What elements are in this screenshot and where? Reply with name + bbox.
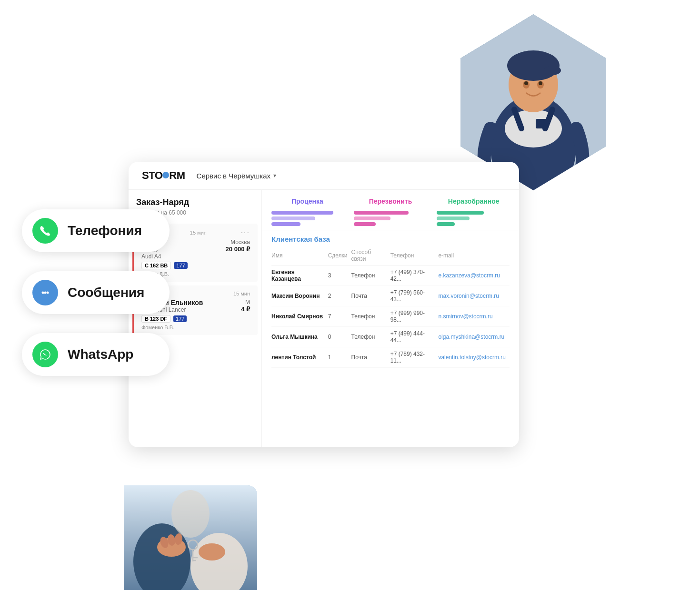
svg-point-6 xyxy=(544,66,561,75)
client-phone-0: +7 (499) 370-42... xyxy=(390,266,439,286)
kanban-bar-purple-2 xyxy=(271,216,315,220)
client-base-title: Клиентская база xyxy=(271,235,510,243)
kanban-bar-pink-1 xyxy=(354,211,409,215)
col-contact: Способ связи xyxy=(351,247,390,266)
client-deals-3: 0 xyxy=(328,327,351,347)
kanban-col-2 xyxy=(354,211,427,226)
client-row-3[interactable]: Ольга Мышкина 0 Телефон +7 (499) 444-44.… xyxy=(271,327,510,347)
client-name-2: Николай Смирнов xyxy=(271,306,328,327)
branch-selector[interactable]: Сервис в Черёмушках ▾ xyxy=(197,172,276,180)
client-phone-2: +7 (999) 990-98... xyxy=(390,306,439,327)
client-email-0: e.kazanzeva@stocrm.ru xyxy=(438,266,510,286)
order-city-770: М xyxy=(241,299,250,305)
client-phone-4: +7 (789) 432-11... xyxy=(390,347,439,368)
kanban-columns xyxy=(271,211,510,226)
svg-point-19 xyxy=(47,292,49,294)
kanban-bar-teal-1 xyxy=(437,216,470,220)
client-email-1: max.voronin@stocrm.ru xyxy=(438,286,510,306)
crm-content: Заказ-Наряд 2 сделки на 65 000 # 747 15 … xyxy=(129,190,519,447)
col-phone: Телефон xyxy=(390,247,439,266)
client-deals-0: 3 xyxy=(328,266,351,286)
client-name-1: Максим Воронин xyxy=(271,286,328,306)
client-table: Имя Сделки Способ связи Телефон e-mail Е… xyxy=(271,247,510,368)
chevron-down-icon: ▾ xyxy=(273,172,276,179)
hands-photo xyxy=(124,485,257,590)
kanban-bar-pink-2 xyxy=(354,216,390,220)
branch-name: Сервис в Черёмушках xyxy=(197,172,270,180)
kanban-section: Проценка Перезвонить Неразобранное xyxy=(262,190,519,230)
kanban-bar-purple-1 xyxy=(271,211,333,215)
svg-point-2 xyxy=(505,109,562,148)
client-deals-4: 1 xyxy=(328,347,351,368)
kanban-bar-pink-3 xyxy=(354,222,376,226)
client-phone-3: +7 (499) 444-44... xyxy=(390,327,439,347)
crm-panel: STORM Сервис в Черёмушках ▾ Заказ-Наряд … xyxy=(129,162,519,447)
logo-sto: STO xyxy=(142,169,162,181)
client-contact-3: Телефон xyxy=(351,327,390,347)
client-row-4[interactable]: лентин Толстой 1 Почта +7 (789) 432-11..… xyxy=(271,347,510,368)
client-contact-0: Телефон xyxy=(351,266,390,286)
whatsapp-label: WhatsApp xyxy=(68,347,133,362)
chat-icon xyxy=(32,280,58,305)
whatsapp-icon xyxy=(32,342,58,367)
phone-icon xyxy=(32,218,58,244)
svg-point-25 xyxy=(199,543,225,560)
client-table-header: Имя Сделки Способ связи Телефон e-mail xyxy=(271,247,510,266)
kanban-col-1 xyxy=(271,211,344,226)
kanban-col-protseka: Проценка xyxy=(271,197,343,205)
order-amount-770: 4 ₽ xyxy=(241,305,250,313)
client-email-2: n.smirnov@stocrm.ru xyxy=(438,306,510,327)
svg-point-5 xyxy=(507,50,560,81)
order-menu-icon[interactable]: ··· xyxy=(241,228,250,237)
kanban-bar-purple-3 xyxy=(271,222,300,226)
svg-point-12 xyxy=(572,166,588,179)
kanban-col-unread: Неразобранное xyxy=(438,197,510,205)
client-section: Клиентская база Имя Сделки Способ связи … xyxy=(262,230,519,373)
crm-header: STORM Сервис в Черёмушках ▾ xyxy=(129,162,519,190)
svg-point-9 xyxy=(524,81,528,85)
client-name-0: Евгения Казанцева xyxy=(271,266,328,286)
svg-point-13 xyxy=(584,165,592,173)
kanban-col-callback: Перезвонить xyxy=(355,197,427,205)
order-city-747: Москва xyxy=(226,239,250,246)
whatsapp-pill[interactable]: WhatsApp xyxy=(22,333,170,376)
client-row-1[interactable]: Максим Воронин 2 Почта +7 (799) 560-43..… xyxy=(271,286,510,306)
messages-label: Сообщения xyxy=(68,285,144,300)
order-time-770: 15 мин xyxy=(233,291,250,296)
logo: STORM xyxy=(142,169,185,182)
col-deals: Сделки xyxy=(328,247,351,266)
logo-circle xyxy=(162,172,169,178)
features-column: Телефония Сообщения WhatsApp xyxy=(22,209,170,376)
messages-pill[interactable]: Сообщения xyxy=(22,271,170,314)
client-email-4: valentin.tolstoy@stocrm.ru xyxy=(438,347,510,368)
client-row-0[interactable]: Евгения Казанцева 3 Телефон +7 (499) 370… xyxy=(271,266,510,286)
svg-point-10 xyxy=(539,81,542,85)
kanban-bar-green-2 xyxy=(437,222,455,226)
kanban-header: Проценка Перезвонить Неразобранное xyxy=(271,197,510,205)
order-time-747: 15 мин xyxy=(190,230,207,236)
client-deals-2: 7 xyxy=(328,306,351,327)
client-contact-1: Почта xyxy=(351,286,390,306)
client-table-body: Евгения Казанцева 3 Телефон +7 (499) 370… xyxy=(271,266,510,368)
kanban-col-3 xyxy=(437,211,510,226)
order-plate-code-770: 177 xyxy=(173,315,187,322)
svg-rect-16 xyxy=(536,119,548,128)
client-name-3: Ольга Мышкина xyxy=(271,327,328,347)
logo-rm: RM xyxy=(169,169,185,181)
client-row-2[interactable]: Николай Смирнов 7 Телефон +7 (999) 990-9… xyxy=(271,306,510,327)
telephony-label: Телефония xyxy=(68,223,142,238)
client-email-3: olga.myshkina@stocrm.ru xyxy=(438,327,510,347)
svg-point-17 xyxy=(42,292,44,294)
telephony-pill[interactable]: Телефония xyxy=(22,209,170,252)
page-container: Телефония Сообщения WhatsApp xyxy=(0,0,700,590)
kanban-bar-green-1 xyxy=(437,211,484,215)
order-amount-747: 20 000 ₽ xyxy=(226,246,250,253)
client-contact-4: Почта xyxy=(351,347,390,368)
col-name: Имя xyxy=(271,247,328,266)
orders-title: Заказ-Наряд xyxy=(129,197,261,209)
client-phone-1: +7 (799) 560-43... xyxy=(390,286,439,306)
order-plate-code-747: 177 xyxy=(174,262,187,269)
svg-point-30 xyxy=(171,490,210,538)
svg-point-18 xyxy=(44,292,47,294)
col-email: e-mail xyxy=(438,247,510,266)
